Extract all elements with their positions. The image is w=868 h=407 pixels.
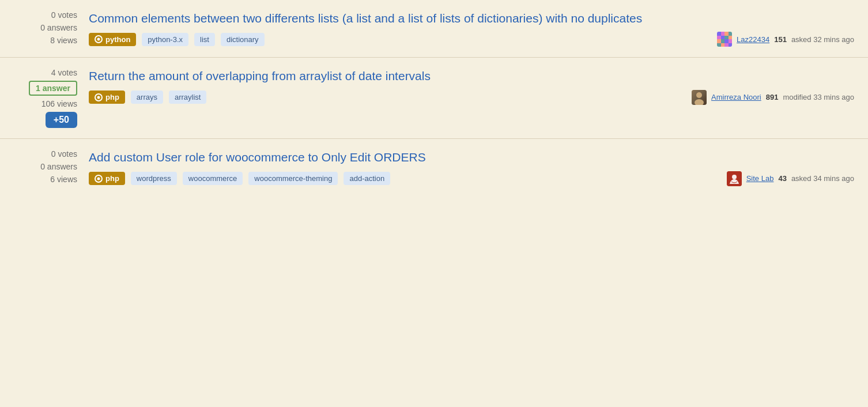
- username[interactable]: Amirreza Noori: [711, 93, 761, 101]
- question-title[interactable]: Add custom User role for woocommerce to …: [89, 149, 854, 165]
- tag-add-action[interactable]: add-action: [344, 172, 390, 185]
- meta-info: Laz22434151asked 32 mins ago: [717, 32, 854, 47]
- tag-list[interactable]: list: [194, 33, 215, 46]
- answer-count: 0 answers: [40, 162, 77, 171]
- tag-label: add-action: [349, 174, 384, 183]
- watched-tag-icon: [95, 35, 103, 43]
- tags-meta-row: phparraysarraylistAmirreza Noori891modif…: [89, 90, 854, 105]
- question-list: 0 votes0 answers8 viewsCommon elements b…: [0, 0, 868, 197]
- tag-python-3.x[interactable]: python-3.x: [142, 33, 188, 46]
- question-item-1: 0 votes0 answers8 viewsCommon elements b…: [0, 0, 868, 58]
- action-label: modified 33 mins ago: [783, 93, 854, 101]
- avatar: [692, 90, 707, 105]
- vote-count: 0 votes: [51, 149, 77, 159]
- tags-meta-row: phpwordpresswoocommercewoocommerce-themi…: [89, 171, 854, 186]
- username[interactable]: Site Lab: [746, 174, 774, 183]
- tag-arraylist[interactable]: arraylist: [169, 91, 207, 104]
- tag-label: woocommerce: [188, 174, 237, 183]
- svg-point-0: [696, 92, 702, 98]
- question-item-2: 4 votes1 answer106 views+50Return the am…: [0, 58, 868, 139]
- content-col: Common elements between two differents l…: [89, 10, 854, 47]
- bounty-badge: +50: [46, 112, 77, 128]
- tag-dictionary[interactable]: dictionary: [221, 33, 265, 46]
- tag-label: php: [105, 93, 119, 101]
- svg-point-1: [695, 99, 704, 105]
- tag-label: arrays: [137, 93, 157, 101]
- tag-php[interactable]: php: [89, 91, 125, 104]
- tag-woocommerce[interactable]: woocommerce: [183, 172, 243, 185]
- rep-score: 43: [778, 174, 786, 183]
- tags-meta-row: pythonpython-3.xlistdictionaryLaz2243415…: [89, 32, 854, 47]
- tag-label: python: [105, 35, 130, 44]
- tag-php[interactable]: php: [89, 172, 125, 185]
- content-col: Return the amount of overlapping from ar…: [89, 68, 854, 104]
- vote-count: 4 votes: [51, 68, 77, 77]
- view-count: 106 views: [41, 99, 77, 108]
- action-label: asked 32 mins ago: [791, 35, 854, 44]
- tag-label: dictionary: [227, 35, 259, 44]
- avatar: [727, 171, 742, 186]
- tag-label: woocommerce-theming: [254, 174, 332, 183]
- username[interactable]: Laz22434: [737, 35, 769, 44]
- content-col: Add custom User role for woocommerce to …: [89, 149, 854, 186]
- tag-label: wordpress: [137, 174, 171, 183]
- tag-label: python-3.x: [148, 35, 183, 44]
- svg-point-2: [732, 175, 737, 179]
- watched-tag-icon: [95, 175, 103, 183]
- action-label: asked 34 mins ago: [791, 174, 854, 183]
- tag-arrays[interactable]: arrays: [131, 91, 163, 104]
- tag-python[interactable]: python: [89, 33, 136, 46]
- stats-col: 0 votes0 answers8 views: [14, 10, 89, 45]
- tag-label: php: [105, 174, 119, 183]
- tag-woocommerce-theming[interactable]: woocommerce-theming: [248, 172, 338, 185]
- meta-info: Amirreza Noori891modified 33 mins ago: [692, 90, 854, 105]
- question-title[interactable]: Common elements between two differents l…: [89, 10, 854, 26]
- stats-col: 4 votes1 answer106 views+50: [14, 68, 89, 128]
- stats-col: 0 votes0 answers6 views: [14, 149, 89, 184]
- answer-count: 0 answers: [40, 23, 77, 32]
- tag-wordpress[interactable]: wordpress: [131, 172, 177, 185]
- rep-score: 151: [774, 35, 787, 44]
- view-count: 8 views: [50, 36, 77, 45]
- question-item-3: 0 votes0 answers6 viewsAdd custom User r…: [0, 139, 868, 196]
- question-title[interactable]: Return the amount of overlapping from ar…: [89, 68, 854, 84]
- view-count: 6 views: [50, 175, 77, 184]
- rep-score: 891: [766, 93, 779, 101]
- vote-count: 0 votes: [51, 10, 77, 20]
- watched-tag-icon: [95, 93, 103, 101]
- answer-badge[interactable]: 1 answer: [29, 81, 77, 96]
- tag-label: list: [200, 35, 209, 44]
- meta-info: Site Lab43asked 34 mins ago: [727, 171, 854, 186]
- avatar: [717, 32, 732, 47]
- tag-label: arraylist: [175, 93, 201, 101]
